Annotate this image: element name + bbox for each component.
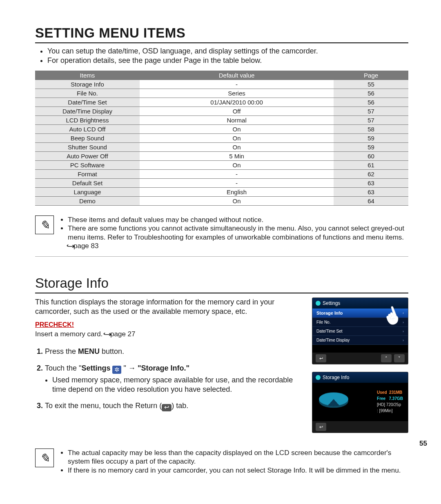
note-block-1: ✎ These items and default values may be … [35,215,408,257]
gear-icon [316,301,321,306]
settings-gear-icon: ✲ [112,366,121,374]
arrow-icon: ↪ [66,242,75,251]
note-icon: ✎ [35,448,54,467]
table-row: Beep SoundOn59 [35,134,408,143]
page-number: 55 [419,440,427,448]
step-3: To exit the menu, touch the Return (↩) t… [45,401,301,411]
table-row: LCD BrightnessNormal57 [35,116,408,125]
table-row: File No.Series56 [35,89,408,98]
note-item: These items and default values may be ch… [68,215,408,224]
up-arrow-icon: ˄ [381,354,392,362]
return-button-icon: ↩ [316,423,326,431]
step-2-note: Used memory space, memory space availabl… [52,375,301,394]
steps-list: Press the MENU button. Touch the "Settin… [35,347,301,411]
table-row: Default Set-63 [35,179,408,188]
table-row: Format-62 [35,170,408,179]
gear-icon [316,375,321,380]
storage-desc: This function displays the storage infor… [35,298,301,316]
heading-setting-menu: SETTING MENU ITEMS [35,25,408,43]
note-block-2: ✎ The actual capacity may be less than t… [35,448,408,480]
menu-row: Date/Time Set› [312,327,408,336]
table-row: Storage Info-55 [35,80,408,89]
table-row: Date/Time Set01/JAN/2010 00:0056 [35,98,408,107]
table-row: Auto LCD OffOn58 [35,125,408,134]
heading-storage-info: Storage Info [35,275,408,293]
note-item: There are some functions you cannot acti… [68,224,408,251]
arrow-icon: ↪ [103,330,112,339]
col-items: Items [35,71,140,80]
table-row: DemoOn64 [35,197,408,206]
intro-list: You can setup the date/time, OSD languag… [47,47,408,65]
menu-row: Date/Time Display› [312,336,408,345]
col-page: Page [334,71,408,80]
step-1: Press the MENU button. [45,347,301,356]
settings-table: Items Default value Page Storage Info-55… [35,71,408,206]
precheck-text: Insert a memory card. ↪page 27 [35,330,301,339]
intro-item: You can setup the date/time, OSD languag… [47,47,408,56]
table-row: Auto Power Off5 Min60 [35,152,408,161]
table-row: LanguageEnglish63 [35,188,408,197]
return-button-icon: ↩ [316,354,326,362]
precheck-label: PRECHECK! [35,321,301,329]
return-icon: ↩ [162,404,172,411]
note-item: The actual capacity may be less than the… [68,448,408,466]
step-2: Touch the "Settings ✲ " → "Storage Info.… [45,364,301,394]
down-arrow-icon: ˅ [394,354,405,362]
settings-menu-screenshot: Settings Storage Info› File No.› Date/Ti… [312,298,408,364]
note-item: If there is no memory card in your camco… [68,466,408,475]
table-row: Shutter SoundOn59 [35,143,408,152]
table-row: PC SoftwareOn61 [35,161,408,170]
storage-info-screenshot: Storage Info Used 231MB Free 7.37GB [HD]… [312,372,408,433]
intro-item: For operation details, see the page unde… [47,56,408,65]
pie-chart-icon [319,393,348,406]
table-row: Date/Time DisplayOff57 [35,107,408,116]
col-default: Default value [140,71,334,80]
note-icon: ✎ [35,215,54,234]
